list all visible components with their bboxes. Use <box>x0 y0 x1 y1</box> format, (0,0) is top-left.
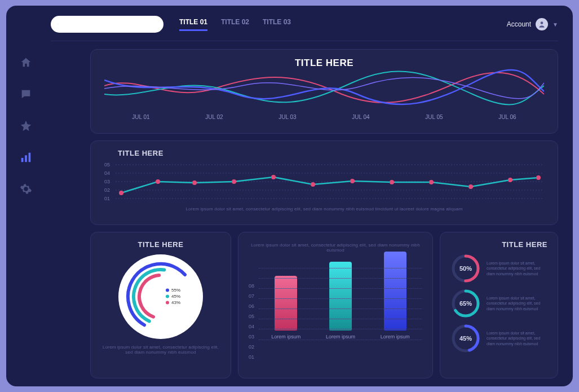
content: TITLE HERE JUL 01 JUL 02 JUL 03 JUL 04 J… <box>90 49 558 378</box>
chat-icon <box>20 88 32 100</box>
pie-lorem: Lorem ipsum dolor sit amet, consectetur … <box>101 345 220 355</box>
stat-row: 50% Lorem ipsum dolor sit amet, consecte… <box>450 253 547 284</box>
svg-point-15 <box>271 175 276 179</box>
svg-point-20 <box>468 184 473 189</box>
xaxis-label: JUL 05 <box>425 114 443 120</box>
user-icon <box>538 20 546 28</box>
svg-rect-1 <box>25 155 28 162</box>
stat-row: 65% Lorem ipsum dolor sit amet, consecte… <box>450 288 547 319</box>
svg-point-18 <box>390 180 394 184</box>
star-icon <box>20 120 32 132</box>
avatar <box>536 18 548 30</box>
bar-col: Lorem ipsum <box>378 252 412 340</box>
line-chart <box>116 162 544 204</box>
bar-col: Lorem ipsum <box>269 276 303 340</box>
sidebar-item-settings[interactable] <box>20 183 32 195</box>
pie-legend: 55% 45% 43% <box>166 288 180 306</box>
svg-point-22 <box>536 175 541 180</box>
pie-chart: 55% 45% 43% <box>118 254 203 339</box>
xaxis-label: JUL 06 <box>498 114 516 120</box>
svg-point-3 <box>58 24 58 25</box>
svg-point-24 <box>125 261 197 333</box>
bar-chart-icon <box>20 151 32 164</box>
stat-row: 45% Lorem ipsum dolor sit amet, consecte… <box>450 323 547 354</box>
svg-rect-2 <box>29 153 31 162</box>
bar-chart: Lorem ipsum Lorem ipsum Lorem ipsum <box>259 258 422 340</box>
ring-chart: 50% <box>450 253 481 284</box>
stats-title: TITLE HERE <box>450 240 547 249</box>
bottom-row: TITLE HERE 55% 45% 43% <box>90 232 558 378</box>
svg-point-19 <box>429 180 434 184</box>
stats-card: TITLE HERE 50% Lorem ipsum dolor sit ame… <box>440 232 558 378</box>
pie-title: TITLE HERE <box>101 240 220 249</box>
top-wave-card: TITLE HERE JUL 01 JUL 02 JUL 03 JUL 04 J… <box>90 49 558 134</box>
svg-point-16 <box>311 182 315 187</box>
main-area: TITLE 01 TITLE 02 TITLE 03 Account ▼ TIT… <box>46 6 573 386</box>
search-field[interactable] <box>61 20 157 29</box>
sidebar-item-chat[interactable] <box>20 88 32 100</box>
ring-chart: 65% <box>450 288 481 319</box>
svg-rect-0 <box>21 158 24 162</box>
top-chart-title: TITLE HERE <box>104 58 544 69</box>
svg-point-14 <box>232 179 236 184</box>
chevron-down-icon: ▼ <box>553 21 558 28</box>
search-icon <box>58 20 58 28</box>
account-label: Account <box>507 20 531 28</box>
line-chart-card: TITLE HERE 05 04 03 02 01 <box>90 140 558 225</box>
gear-icon <box>20 183 32 195</box>
header: TITLE 01 TITLE 02 TITLE 03 Account ▼ <box>51 16 558 41</box>
svg-point-13 <box>192 180 197 185</box>
svg-point-23 <box>118 254 203 339</box>
sidebar-item-star[interactable] <box>20 120 32 132</box>
wave-chart <box>104 69 544 108</box>
search-input[interactable] <box>51 16 163 33</box>
account-menu[interactable]: Account ▼ <box>507 18 558 30</box>
svg-point-11 <box>119 191 123 195</box>
home-icon <box>20 56 32 69</box>
tab-03[interactable]: TITLE 03 <box>263 18 291 31</box>
xaxis-label: JUL 03 <box>279 114 296 120</box>
svg-point-5 <box>541 21 543 24</box>
sidebar <box>6 6 46 386</box>
line-chart-title: TITLE HERE <box>118 149 544 157</box>
tab-02[interactable]: TITLE 02 <box>221 18 249 31</box>
bar-col: Lorem ipsum <box>324 262 357 340</box>
tabs: TITLE 01 TITLE 02 TITLE 03 <box>179 18 291 31</box>
bar-card: Lorem ipsum dolor sit amet, consectetur … <box>238 232 433 378</box>
wave-xaxis: JUL 01 JUL 02 JUL 03 JUL 04 JUL 05 JUL 0… <box>104 114 544 120</box>
app-window: TITLE 01 TITLE 02 TITLE 03 Account ▼ TIT… <box>6 6 573 386</box>
tab-01[interactable]: TITLE 01 <box>179 18 207 31</box>
xaxis-label: JUL 01 <box>132 114 149 120</box>
bar-yaxis: 01 02 03 04 05 06 07 08 <box>249 258 254 372</box>
xaxis-label: JUL 02 <box>205 114 223 120</box>
svg-point-21 <box>508 178 512 182</box>
ring-chart: 45% <box>450 323 481 354</box>
svg-point-17 <box>350 179 355 183</box>
line-yaxis: 05 04 03 02 01 <box>104 162 110 204</box>
pie-card: TITLE HERE 55% 45% 43% <box>90 232 231 378</box>
svg-point-12 <box>156 179 160 184</box>
sidebar-item-home[interactable] <box>20 56 32 69</box>
sidebar-item-chart[interactable] <box>20 151 32 164</box>
line-chart-lorem: Lorem ipsum dolor sit amet, consectetur … <box>104 206 544 212</box>
xaxis-label: JUL 04 <box>352 114 369 120</box>
